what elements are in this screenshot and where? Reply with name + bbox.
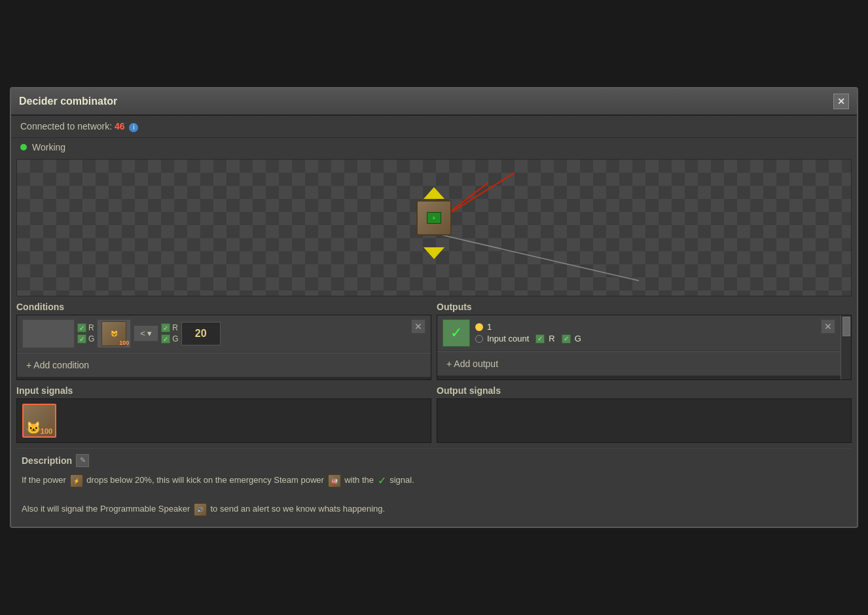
info-icon[interactable]: i	[129, 123, 138, 132]
status-bar: Working	[11, 138, 857, 156]
power-icon: ⚡	[70, 474, 83, 487]
cb-g-right[interactable]: ✓	[161, 334, 170, 343]
condition-delete-button[interactable]: ✕	[411, 319, 425, 334]
condition-left-checkboxes: ✓ R ✓ G	[77, 323, 94, 343]
combinator-entity: ≥	[414, 200, 454, 246]
output-check-icon[interactable]: ✓	[443, 319, 470, 347]
output-signals-box	[437, 398, 852, 443]
cb-row-r2: ✓ R	[161, 323, 178, 332]
output-signals-title: Output signals	[437, 385, 852, 396]
output-row: ✓ 1 Input c	[437, 315, 841, 351]
cb-r-left[interactable]: ✓	[77, 323, 86, 332]
input-signal-value: 100	[41, 427, 52, 435]
input-signals-title: Input signals	[16, 385, 431, 396]
desc-check-icon: ✓	[378, 472, 386, 489]
description-text: If the power ⚡ drops below 20%, this wil…	[22, 472, 846, 516]
description-section: Description ✎ If the power ⚡ drops below…	[16, 448, 852, 521]
condition-left-slot[interactable]	[22, 319, 75, 348]
signals-row: Input signals 🐱 100 Output signals	[16, 385, 852, 443]
close-button[interactable]: ✕	[833, 94, 849, 109]
add-output-label: + Add output	[446, 359, 498, 369]
output-signal-row-1: 1	[475, 322, 816, 332]
r-label-left: R	[88, 323, 94, 332]
g-label-right: G	[172, 334, 178, 343]
description-edit-button[interactable]: ✎	[76, 454, 89, 467]
title-bar: Decider combinator ✕	[11, 88, 857, 116]
conditions-title: Conditions	[16, 302, 431, 312]
outputs-title: Outputs	[437, 302, 852, 312]
entity-arrow-bottom	[424, 247, 444, 259]
add-output-button[interactable]: + Add output	[437, 351, 841, 376]
comparator-button[interactable]: < ▾	[134, 325, 158, 342]
input-count-label: Input count	[487, 334, 529, 343]
add-condition-button[interactable]: + Add condition	[17, 353, 431, 377]
with-the-text: with the	[344, 475, 374, 485]
desc-title-row: Description ✎	[22, 454, 846, 467]
outputs-panel: Outputs ✓ 1	[437, 302, 852, 380]
cb-row-r: ✓ R	[77, 323, 94, 332]
input-signals-panel: Input signals 🐱 100	[16, 385, 431, 443]
cb-row-g: ✓ G	[77, 334, 94, 343]
desc-line2-pre: Also it will signal the Programmable Spe…	[22, 504, 190, 514]
status-dot	[20, 144, 27, 150]
add-condition-label: + Add condition	[26, 360, 89, 370]
output-signals-panel: Output signals	[437, 385, 852, 443]
desc-line1-post: signal.	[389, 475, 414, 485]
outputs-box: ✓ 1 Input c	[437, 315, 852, 380]
entity-arrow-top	[424, 187, 444, 199]
input-signal-item: 🐱 100	[22, 404, 56, 438]
condition-right-checkboxes: ✓ R ✓ G	[161, 323, 178, 343]
network-number: 46	[115, 121, 125, 132]
network-label: Connected to network:	[20, 121, 112, 132]
condition-signal-slot[interactable]: 🐱 100	[97, 319, 131, 348]
r-label-output: R	[549, 334, 554, 343]
signal-dot-yellow	[475, 323, 483, 331]
input-signals-box: 🐱 100	[16, 398, 431, 443]
cb-g-left[interactable]: ✓	[77, 334, 86, 343]
steam-icon: 🏭	[328, 474, 341, 487]
desc-line-1: If the power ⚡ drops below 20%, this wil…	[22, 472, 846, 489]
output-signal-row-2: Input count ✓ R ✓ G	[475, 334, 816, 343]
g-label-output: G	[575, 334, 581, 343]
cb-r-output[interactable]: ✓	[535, 334, 545, 343]
condition-value-input[interactable]	[181, 322, 221, 345]
entity-screen: ≥	[427, 212, 441, 224]
outputs-scroll-thumb[interactable]	[842, 317, 850, 336]
panels-row: Conditions ✓ R ✓ G	[16, 302, 852, 380]
decider-combinator-window: Decider combinator ✕ Connected to networ…	[10, 87, 858, 528]
output-delete-button[interactable]: ✕	[821, 319, 835, 334]
outputs-box-content: ✓ 1 Input c	[437, 315, 841, 379]
outputs-scrollbar[interactable]	[841, 315, 851, 379]
svg-line-2	[441, 235, 639, 281]
output-value-label: 1	[487, 322, 492, 332]
cb-r-right[interactable]: ✓	[161, 323, 170, 332]
conditions-box: ✓ R ✓ G 🐱 100	[16, 315, 431, 380]
desc-line2-post: to send an alert so we know whats happen…	[210, 504, 385, 514]
g-label-left: G	[88, 334, 94, 343]
cb-row-g2: ✓ G	[161, 334, 178, 343]
output-signals-col: 1 Input count ✓ R ✓ G	[475, 322, 816, 343]
window-title: Decider combinator	[19, 96, 117, 107]
desc-line1-pre: If the power	[22, 475, 66, 485]
network-bar: Connected to network: 46 i	[11, 116, 857, 138]
entity-body: ≥	[416, 200, 452, 236]
speaker-icon: 🔊	[194, 503, 207, 516]
conditions-panel: Conditions ✓ R ✓ G	[16, 302, 431, 380]
desc-line-2: Also it will signal the Programmable Spe…	[22, 502, 846, 516]
status-label: Working	[32, 142, 65, 152]
cb-g-output[interactable]: ✓	[562, 334, 571, 343]
preview-area: ≥	[16, 159, 852, 296]
description-title: Description	[22, 455, 72, 466]
signal-dot-empty	[475, 335, 483, 343]
desc-line1-mid: drops below 20%, this will kick on the e…	[86, 475, 324, 485]
main-content: Conditions ✓ R ✓ G	[11, 302, 857, 527]
r-label-right: R	[172, 323, 178, 332]
signal-slot-value: 100	[119, 340, 129, 346]
condition-row: ✓ R ✓ G 🐱 100	[17, 315, 431, 353]
